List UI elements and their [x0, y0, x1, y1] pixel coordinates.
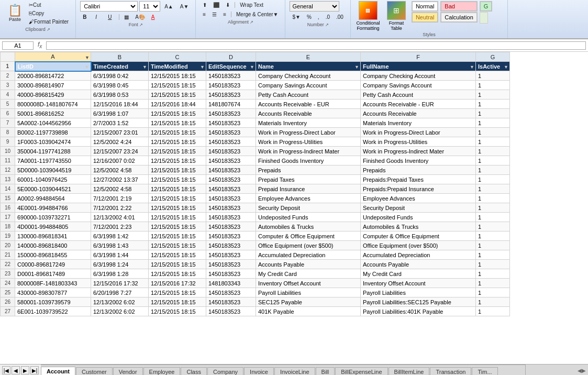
cell-r24-c1[interactable]: 8000008F-1481803343 [15, 279, 91, 288]
header-cell-5[interactable]: FullName▼ [361, 62, 476, 71]
cell-r5-c7[interactable]: 1 [476, 100, 510, 109]
cell-r17-c6[interactable]: Undeposited Funds [361, 213, 476, 222]
cell-r13-c3[interactable]: 12/15/2015 18:15 [149, 175, 206, 184]
cell-r19-c3[interactable]: 12/15/2015 18:15 [149, 231, 206, 241]
font-size-select[interactable]: 11 [139, 1, 160, 12]
formula-input[interactable] [46, 41, 586, 50]
cell-r19-c6[interactable]: Computer & Office Equipment [361, 231, 476, 241]
cell-r14-c3[interactable]: 12/15/2015 18:15 [149, 184, 206, 194]
cell-r15-c5[interactable]: Employee Advances [256, 194, 361, 203]
cell-r6-c2[interactable]: 6/3/1998 1:07 [91, 109, 149, 118]
cell-r11-c7[interactable]: 1 [476, 156, 510, 166]
cell-r6-c6[interactable]: Accounts Receivable [361, 109, 476, 118]
cell-r17-c2[interactable]: 12/13/2002 4:01 [91, 213, 149, 222]
cell-r4-c5[interactable]: Petty Cash Account [256, 90, 361, 100]
cell-r6-c5[interactable]: Accounts Receivable [256, 109, 361, 118]
cell-r7-c2[interactable]: 2/7/2003 1:52 [91, 118, 149, 128]
cell-r8-c1[interactable]: B0002-1197739898 [15, 128, 91, 137]
cell-r15-c4[interactable]: 1450183523 [206, 194, 256, 203]
border-button[interactable]: ▦ [121, 13, 131, 21]
cell-r13-c4[interactable]: 1450183523 [206, 175, 256, 184]
sheet-tab-employee[interactable]: Employee [143, 367, 181, 375]
cell-r2-c1[interactable]: 20000-896814722 [15, 71, 91, 81]
cell-r6-c3[interactable]: 12/15/2015 18:15 [149, 109, 206, 118]
cell-r7-c7[interactable]: 1 [476, 118, 510, 128]
cell-r19-c5[interactable]: Computer & Office Equipment [256, 231, 361, 241]
cell-r14-c7[interactable]: 1 [476, 184, 510, 194]
cell-r18-c5[interactable]: Automobiles & Trucks [256, 222, 361, 231]
col-header-c[interactable]: C [149, 52, 206, 62]
cell-r12-c3[interactable]: 12/15/2015 18:15 [149, 166, 206, 175]
cell-r22-c1[interactable]: C0000-896817249 [15, 260, 91, 269]
fill-color-button[interactable]: A🎨 [132, 13, 148, 21]
sheet-tab-account[interactable]: Account [41, 367, 75, 375]
cell-r18-c3[interactable]: 12/15/2015 18:15 [149, 222, 206, 231]
cell-r11-c2[interactable]: 12/16/2007 0:02 [91, 156, 149, 166]
cell-r16-c4[interactable]: 1450183523 [206, 203, 256, 213]
number-format-select[interactable]: General [290, 1, 339, 12]
format-as-table-button[interactable]: ⊞ Format Table [383, 1, 409, 31]
cell-r16-c3[interactable]: 12/15/2015 18:15 [149, 203, 206, 213]
cell-r25-c3[interactable]: 12/15/2015 18:15 [149, 288, 206, 297]
align-top-button[interactable]: ⬆ [200, 1, 209, 9]
cell-r27-c6[interactable]: Payroll Liabilities:401K Payable [361, 307, 476, 316]
cell-r27-c7[interactable]: 1 [476, 307, 510, 316]
align-center-button[interactable]: ☰ [209, 10, 219, 18]
col-header-b[interactable]: B [91, 52, 149, 62]
cell-r3-c5[interactable]: Company Savings Account [256, 81, 361, 90]
cell-r12-c5[interactable]: Prepaids [256, 166, 361, 175]
cell-r26-c4[interactable]: 1450183523 [206, 297, 256, 307]
cell-r21-c3[interactable]: 12/15/2015 18:15 [149, 250, 206, 260]
cell-r6-c7[interactable]: 1 [476, 109, 510, 118]
col-header-f[interactable]: F [361, 52, 476, 62]
align-right-button[interactable]: ≡ [220, 10, 229, 18]
cell-r23-c3[interactable]: 12/15/2015 18:15 [149, 269, 206, 279]
cell-r11-c4[interactable]: 1450183523 [206, 156, 256, 166]
cell-r13-c5[interactable]: Prepaid Taxes [256, 175, 361, 184]
cell-r26-c6[interactable]: Payroll Liabilities:SEC125 Payable [361, 297, 476, 307]
cell-r27-c4[interactable]: 1450183523 [206, 307, 256, 316]
cell-r11-c6[interactable]: Finished Goods Inventory [361, 156, 476, 166]
cell-r19-c1[interactable]: 130000-896818341 [15, 231, 91, 241]
cell-r19-c7[interactable]: 1 [476, 231, 510, 241]
header-cell-2[interactable]: TimeModified▼ [149, 62, 206, 71]
col-header-d[interactable]: D [206, 52, 256, 62]
cell-r16-c2[interactable]: 7/12/2001 2:22 [91, 203, 149, 213]
underline-button[interactable]: U [105, 13, 117, 21]
style-good[interactable]: G [480, 1, 493, 12]
cell-r14-c5[interactable]: Prepaid Insurance [256, 184, 361, 194]
number-expander[interactable]: ↗ [325, 23, 329, 27]
font-color-button[interactable]: A [149, 13, 158, 21]
cell-r27-c3[interactable]: 12/15/2015 18:15 [149, 307, 206, 316]
cell-r21-c2[interactable]: 6/3/1998 1:44 [91, 250, 149, 260]
style-extra[interactable] [480, 12, 488, 24]
cell-r20-c5[interactable]: Office Equipment (over $500) [256, 241, 361, 250]
cell-r25-c6[interactable]: Payroll Liabilities [361, 288, 476, 297]
cell-r20-c4[interactable]: 1450183523 [206, 241, 256, 250]
cell-r22-c2[interactable]: 6/3/1998 1:24 [91, 260, 149, 269]
cell-r18-c6[interactable]: Automobiles & Trucks [361, 222, 476, 231]
cell-r13-c7[interactable]: 1 [476, 175, 510, 184]
cell-r23-c2[interactable]: 6/3/1998 1:28 [91, 269, 149, 279]
merge-center-button[interactable]: Merge & Center▼ [234, 10, 281, 18]
sheet-tab-class[interactable]: Class [181, 367, 207, 375]
cell-r27-c1[interactable]: 6E001-1039739522 [15, 307, 91, 316]
percent-button[interactable]: % [304, 13, 314, 21]
wrap-text-button[interactable]: Wrap Text [237, 1, 266, 9]
cell-r21-c1[interactable]: 150000-896818455 [15, 250, 91, 260]
align-left-button[interactable]: ≡ [200, 10, 208, 18]
sheet-tab-billexpenseline[interactable]: BillExpenseLine [335, 367, 387, 375]
clipboard-expander[interactable]: ↗ [47, 27, 50, 32]
cell-r22-c6[interactable]: Accounts Payable [361, 260, 476, 269]
cell-r14-c6[interactable]: Prepaids:Prepaid Insurance [361, 184, 476, 194]
cell-r17-c3[interactable]: 12/15/2015 18:15 [149, 213, 206, 222]
cell-r26-c5[interactable]: SEC125 Payable [256, 297, 361, 307]
style-calculation[interactable]: Calculation [440, 12, 477, 23]
cell-r12-c7[interactable]: 1 [476, 166, 510, 175]
cell-r2-c7[interactable]: 1 [476, 71, 510, 81]
cell-r13-c2[interactable]: 12/27/2002 13:37 [91, 175, 149, 184]
cell-r24-c2[interactable]: 12/15/2016 17:32 [91, 279, 149, 288]
align-bottom-button[interactable]: ⬇ [223, 1, 232, 9]
cell-r5-c3[interactable]: 12/15/2016 18:44 [149, 100, 206, 109]
cell-r24-c5[interactable]: Inventory Offset Account [256, 279, 361, 288]
